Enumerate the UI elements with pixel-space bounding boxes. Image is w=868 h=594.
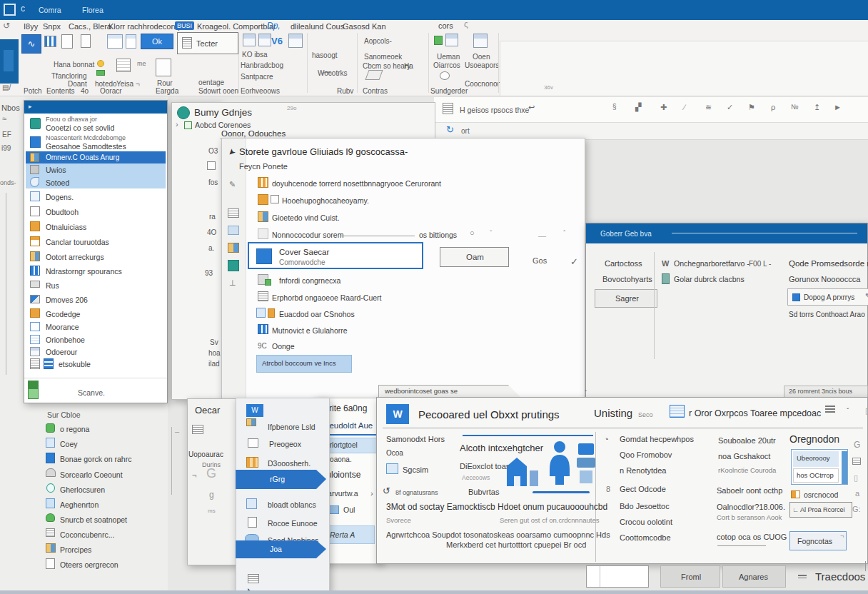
ribbon-label[interactable]: hasoogt <box>312 51 338 60</box>
window-icon[interactable] <box>243 34 256 46</box>
dialog-option[interactable]: Oonge <box>272 342 295 351</box>
dialog-option[interactable]: fnfordi congrnecxa <box>279 276 340 285</box>
ribbon-label[interactable]: KO ibsa <box>242 51 268 59</box>
folder-item[interactable]: Geosahoe Samodtestes <box>46 142 126 151</box>
up-icon[interactable]: ↥ <box>814 103 820 112</box>
strip-stand-icon[interactable]: ⊥ <box>229 278 236 288</box>
pen-tool-icon[interactable]: ✎ <box>229 180 236 189</box>
folder-item[interactable]: Moorance <box>46 323 79 331</box>
ok-button[interactable]: Ok <box>141 34 173 49</box>
listbox-item[interactable]: hos OCtrrop <box>793 468 839 483</box>
menu-item[interactable]: Preogeox <box>269 440 301 448</box>
option-checkbox-icon[interactable] <box>271 195 279 203</box>
ribbon-label[interactable]: oentage <box>198 79 224 87</box>
dialog-option[interactable]: Oalnocdlor?18.006. <box>717 503 785 512</box>
search-icon[interactable] <box>443 103 453 114</box>
goberr-option[interactable]: Golar dubrck clacbns <box>674 275 745 283</box>
chevron-right-icon[interactable]: › <box>370 489 373 498</box>
dialog-option[interactable]: Nonnococodur sorem <box>272 231 343 239</box>
slider-track[interactable] <box>340 236 415 236</box>
dialog-option[interactable]: Qoo Fromobov <box>620 450 672 460</box>
chart-icon[interactable] <box>44 36 56 47</box>
folder-item[interactable]: Orionbehoe <box>46 336 85 344</box>
dialog-option[interactable]: Erphorbd ongaoeoe Raard-Cuert <box>272 293 382 302</box>
folder-item[interactable]: etsokuble <box>59 360 91 368</box>
highlighted-action[interactable]: Atrcbol boccoum ve Incs <box>256 355 352 373</box>
ribbon-label[interactable]: Hanbradcbog <box>241 61 283 70</box>
dialog-option[interactable]: Gect Odcode <box>620 485 666 494</box>
strip-list-icon[interactable] <box>228 208 239 218</box>
folder-item[interactable]: Cooetzi co set sovlid <box>46 124 114 132</box>
refresh-label[interactable]: ort <box>461 127 470 136</box>
dialog-option[interactable]: Coottomcodbe <box>620 533 671 543</box>
dialog-option[interactable]: Saboelr oont octhp <box>717 486 782 495</box>
plus-icon[interactable]: ✚ <box>660 103 667 112</box>
fogncotas-button[interactable]: Fogncotas ¬ <box>789 531 847 550</box>
folder-item-selected[interactable]: Omnerv.C Ooats Anurg <box>26 151 166 163</box>
trash-icon[interactable] <box>662 273 670 284</box>
scroll-fragment[interactable] <box>171 427 172 495</box>
ribbon-label[interactable]: Ooen <box>473 53 490 61</box>
dialog-option[interactable]: Euacdod oar CSnohos <box>279 310 355 318</box>
font-combobox[interactable] <box>586 565 649 588</box>
grid-icon[interactable] <box>116 59 131 72</box>
dialog-option[interactable]: n Renotytdea <box>620 466 666 475</box>
folder-item[interactable]: Odoerour <box>46 348 77 356</box>
dialog-option[interactable]: Gioetedo vind Cuist. <box>272 213 340 222</box>
checkbox-row[interactable]: Dopog A prxrrys ✎✓ <box>787 288 868 306</box>
menu-item[interactable]: Rocoe Eunooe <box>268 519 317 528</box>
dialog-option[interactable]: doyuhcenode torrerd nosettbnnagryooe Cer… <box>272 179 441 188</box>
dialog-option[interactable]: osrcnocod <box>804 490 838 499</box>
table-icon[interactable] <box>126 34 136 49</box>
selected-option-card[interactable]: Cover Saecar Comorwodche <box>248 242 423 269</box>
wave-icon[interactable]: ≋ <box>705 103 712 112</box>
dialog-option[interactable]: Hooehupoghocaheoyamy. <box>282 196 369 205</box>
dialog-option[interactable]: Souboaloe 20utr <box>718 436 776 446</box>
menu-item[interactable]: D3ooosherh. <box>268 459 311 468</box>
agnares-button[interactable]: Agnares <box>722 565 786 588</box>
backstage-item[interactable]: Gherlocsuren <box>60 485 105 494</box>
ribbon-tab[interactable]: Cacs., Blera <box>69 22 111 31</box>
dialog-tab-right[interactable]: 26 romrent 3ncis bous <box>784 386 868 398</box>
ribbon-tab[interactable]: Kroageol. Comportblar <box>197 22 276 31</box>
undo-icon[interactable]: ↺ <box>383 486 390 497</box>
caret-down-icon[interactable]: ˇ <box>490 230 492 238</box>
chevron-down-icon[interactable]: ˇ <box>847 408 849 416</box>
titlebar-menu-florea[interactable]: Florea <box>82 6 104 14</box>
ribbon-label[interactable]: Ha <box>404 62 413 71</box>
goberr-option[interactable]: Onchegnarboretfarvo - <box>674 259 750 268</box>
ribbon-tab[interactable]: Snpx <box>43 22 61 31</box>
backstage-item[interactable]: Aeghenrton <box>60 500 99 509</box>
menu-item[interactable]: bloadt oblancs <box>268 500 316 509</box>
ribbon-label[interactable]: Wocotrks <box>318 69 348 78</box>
strip-cabinet-icon[interactable] <box>228 260 239 271</box>
dialog-right-link[interactable]: r Oror Oxrpcos Toaree mpcedoac <box>689 408 821 418</box>
dialog-option[interactable]: noa Gcshakoct <box>718 452 770 461</box>
reply-icon[interactable]: ↩ <box>528 103 535 112</box>
ribbon-label[interactable]: Hana bonnat <box>54 61 94 69</box>
dialog-option[interactable]: Bdo Jesoettoc <box>620 502 670 511</box>
goberr-link[interactable]: Cartoctoss <box>605 259 642 268</box>
ribbon-label[interactable]: Rour <box>157 79 173 88</box>
dialog-option[interactable]: cotop oca os CUOG <box>717 533 787 542</box>
titlebar-menu-comra[interactable]: Comra <box>39 6 61 14</box>
menu-item-selected[interactable]: Joa <box>236 540 316 558</box>
backstage-item[interactable]: Coconcubenrc... <box>60 530 114 539</box>
ribbon-tab-badge[interactable]: BUSI <box>175 21 194 30</box>
form-icon[interactable] <box>156 59 171 76</box>
backstage-item[interactable]: Prorcipes <box>60 545 91 554</box>
folder-item[interactable]: Ootort arreckurgs <box>46 253 104 261</box>
dialog-tab-left[interactable]: wedbonintcoset goas se <box>378 385 521 398</box>
app-window-icon[interactable] <box>4 4 16 16</box>
folder-item[interactable]: Gcodedge <box>46 310 80 318</box>
backstage-item[interactable]: Snurcb et soatnopet <box>60 515 127 524</box>
backstage-item[interactable]: Sur Cbloe <box>47 411 81 419</box>
oam-button[interactable]: Oam <box>440 247 509 267</box>
numero-icon[interactable]: № <box>791 103 799 111</box>
folder-item[interactable]: Rus <box>46 281 59 290</box>
slider-thumb-icon[interactable]: ○ <box>470 228 475 238</box>
hamburger-icon[interactable] <box>825 406 835 414</box>
rho-icon[interactable]: ρ <box>771 103 775 112</box>
contact-icon[interactable] <box>445 34 458 46</box>
dialog-option[interactable]: Mutnovict e Glulahorre <box>272 326 348 335</box>
